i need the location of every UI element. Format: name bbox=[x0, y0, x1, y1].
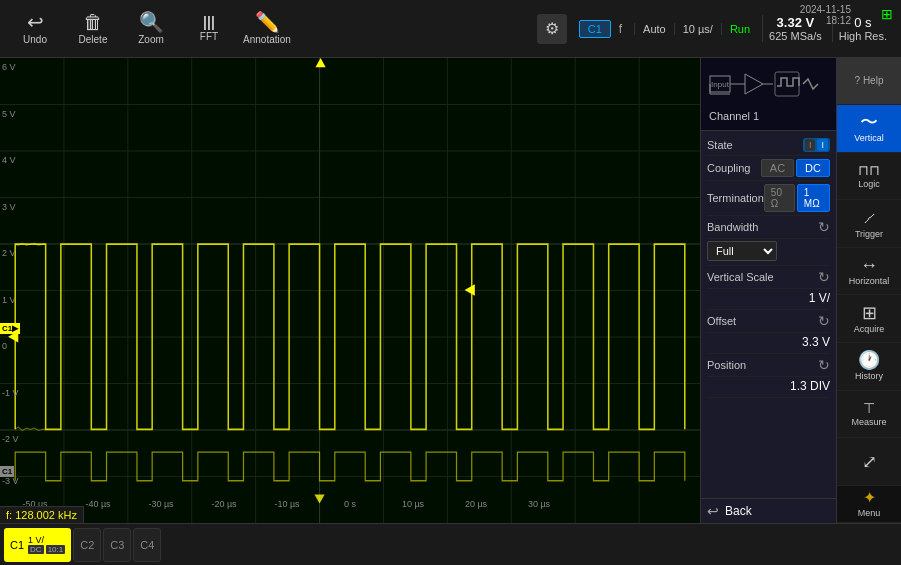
main-area: 6 V 5 V 4 V 3 V 2 V 1 V 0 -1 V -2 V -3 V… bbox=[0, 58, 901, 523]
back-label: Back bbox=[725, 504, 752, 518]
bottom-bar: C1 1 V/ DC 10:1 C2 C3 C4 bbox=[0, 523, 901, 565]
cursors-icon: ⤢ bbox=[862, 453, 877, 471]
ch1-badges: DC 10:1 bbox=[28, 545, 65, 554]
ch3-tab[interactable]: C3 bbox=[103, 528, 131, 562]
zoom-icon: 🔍 bbox=[139, 12, 164, 32]
annotation-label: Annotation bbox=[243, 34, 291, 45]
offset-label: Offset bbox=[707, 315, 736, 327]
y-label-2v: 2 V bbox=[2, 248, 16, 258]
y-label-4v: 4 V bbox=[2, 155, 16, 165]
ch1-ratio-badge: 10:1 bbox=[46, 545, 66, 554]
state-toggle[interactable]: I I bbox=[803, 138, 830, 152]
acquire-icon: ⊞ bbox=[862, 304, 877, 322]
svg-rect-0 bbox=[0, 58, 700, 523]
run-block[interactable]: Run bbox=[721, 23, 758, 35]
undo-icon: ↩ bbox=[27, 12, 44, 32]
ac-button[interactable]: AC bbox=[761, 159, 794, 177]
svg-text:Input: Input bbox=[711, 80, 730, 89]
ch1-dc-badge: DC bbox=[28, 545, 44, 554]
datetime-display: 2024-11-15 18:12 bbox=[800, 4, 851, 26]
menu-nav-button[interactable]: ✦ Menu bbox=[837, 486, 901, 523]
measure-icon: ⊤ bbox=[863, 401, 875, 415]
offset-value: 3.3 V bbox=[802, 335, 830, 349]
x-label-n30: -30 µs bbox=[148, 499, 173, 509]
history-nav-button[interactable]: 🕐 History bbox=[837, 343, 901, 391]
horizontal-icon: ↔ bbox=[860, 256, 878, 274]
term-50-button[interactable]: 50 Ω bbox=[764, 184, 795, 212]
vertical-icon: 〜 bbox=[860, 113, 878, 131]
sample-rate: 625 MSa/s bbox=[769, 30, 822, 42]
coupling-label: Coupling bbox=[707, 162, 750, 174]
logic-nav-button[interactable]: ⊓⊓ Logic bbox=[837, 153, 901, 201]
x-label-20: 20 µs bbox=[465, 499, 487, 509]
vertical-label: Vertical bbox=[854, 133, 884, 143]
func-indicator: f bbox=[619, 22, 622, 36]
fft-label: FFT bbox=[200, 31, 218, 42]
ch2-tab[interactable]: C2 bbox=[73, 528, 101, 562]
vertical-scale-circular[interactable]: ↻ bbox=[818, 269, 830, 285]
term-1m-button[interactable]: 1 MΩ bbox=[797, 184, 830, 212]
vertical-nav-button[interactable]: 〜 Vertical bbox=[837, 105, 901, 153]
x-label-30: 30 µs bbox=[528, 499, 550, 509]
position-value: 1.3 DIV bbox=[790, 379, 830, 393]
menu-icon: ✦ bbox=[863, 490, 876, 506]
svg-marker-23 bbox=[314, 494, 324, 503]
ch2-label: C2 bbox=[80, 539, 94, 551]
ch1-left-indicator: C1▶ bbox=[0, 323, 20, 334]
ch1-bottom-indicator: C1 bbox=[0, 466, 14, 477]
trigger-label: Trigger bbox=[855, 229, 883, 239]
y-label-n3v: -3 V bbox=[2, 476, 19, 486]
termination-label: Termination bbox=[707, 192, 764, 204]
toggle-on-indicator: I bbox=[817, 139, 828, 151]
bandwidth-circular[interactable]: ↻ bbox=[818, 219, 830, 235]
annotation-icon: ✏️ bbox=[255, 12, 280, 32]
vertical-scale-label: Vertical Scale bbox=[707, 271, 774, 283]
controls-panel: State I I Coupling AC DC Termination 50 … bbox=[701, 131, 836, 498]
state-row: State I I bbox=[707, 135, 830, 156]
history-label: History bbox=[855, 371, 883, 381]
trigger-nav-button[interactable]: ⟋ Trigger bbox=[837, 200, 901, 248]
cursors-nav-button[interactable]: ⤢ bbox=[837, 438, 901, 486]
vertical-scale-row: Vertical Scale ↻ bbox=[707, 266, 830, 289]
logic-label: Logic bbox=[858, 179, 880, 189]
y-label-n1v: -1 V bbox=[2, 388, 19, 398]
channel-top-indicator: C1 bbox=[579, 20, 611, 38]
delete-button[interactable]: 🗑 Delete bbox=[66, 4, 120, 54]
toggle-off-indicator: I bbox=[805, 139, 816, 151]
bandwidth-dropdown[interactable]: Full bbox=[707, 241, 777, 261]
coupling-buttons: AC DC bbox=[761, 159, 830, 177]
undo-button[interactable]: ↩ Undo bbox=[8, 4, 62, 54]
settings-button[interactable]: ⚙ bbox=[537, 14, 567, 44]
termination-row: Termination 50 Ω 1 MΩ bbox=[707, 181, 830, 216]
fft-button[interactable]: ||| FFT bbox=[182, 4, 236, 54]
date-value: 2024-11-15 bbox=[800, 4, 851, 15]
y-label-n2v: -2 V bbox=[2, 434, 19, 444]
zoom-button[interactable]: 🔍 Zoom bbox=[124, 4, 178, 54]
vertical-scale-value: 1 V/ bbox=[809, 291, 830, 305]
annotation-button[interactable]: ✏️ Annotation bbox=[240, 4, 294, 54]
bandwidth-row: Bandwidth ↻ bbox=[707, 216, 830, 239]
position-circular[interactable]: ↻ bbox=[818, 357, 830, 373]
toolbar: ↩ Undo 🗑 Delete 🔍 Zoom ||| FFT ✏️ Annota… bbox=[0, 0, 901, 58]
scope-grid bbox=[0, 58, 700, 523]
ch1-tab[interactable]: C1 1 V/ DC 10:1 bbox=[4, 528, 71, 562]
help-button[interactable]: ? Help bbox=[837, 58, 901, 105]
ch1-label: C1 bbox=[10, 539, 24, 551]
freq-value: f: 128.002 kHz bbox=[6, 509, 77, 521]
help-label: ? Help bbox=[855, 75, 884, 86]
high-res-label: High Res. bbox=[839, 30, 887, 42]
svg-marker-21 bbox=[316, 58, 326, 67]
ch1-scale: 1 V/ bbox=[28, 535, 65, 545]
mode-block: Auto bbox=[634, 23, 674, 35]
dc-button[interactable]: DC bbox=[796, 159, 830, 177]
acquire-nav-button[interactable]: ⊞ Acquire bbox=[837, 295, 901, 343]
horizontal-nav-button[interactable]: ↔ Horizontal bbox=[837, 248, 901, 296]
right-panel: Input Channel 1 State I bbox=[701, 58, 836, 523]
ch4-tab[interactable]: C4 bbox=[133, 528, 161, 562]
timebase-block: 10 µs/ bbox=[674, 23, 721, 35]
measure-nav-button[interactable]: ⊤ Measure bbox=[837, 391, 901, 439]
offset-circular[interactable]: ↻ bbox=[818, 313, 830, 329]
oscilloscope-scope[interactable]: 6 V 5 V 4 V 3 V 2 V 1 V 0 -1 V -2 V -3 V… bbox=[0, 58, 701, 523]
back-button[interactable]: ↩ Back bbox=[701, 498, 836, 523]
svg-marker-22 bbox=[465, 284, 475, 295]
